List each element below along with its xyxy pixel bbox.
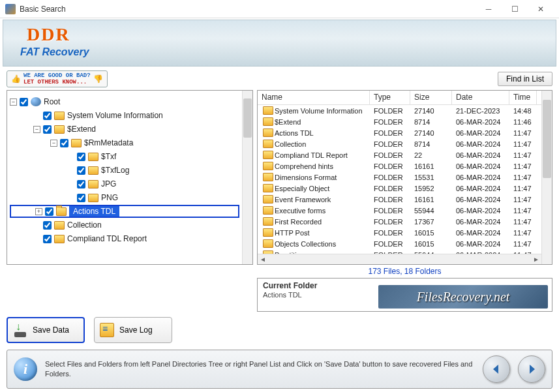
list-row[interactable]: HTTP PostFOLDER1601506-MAR-202411:47 bbox=[258, 227, 541, 238]
cell-type: FOLDER bbox=[370, 240, 410, 248]
tree-node-1[interactable]: −$Extend bbox=[10, 123, 239, 136]
save-log-button[interactable]: Save Log bbox=[94, 317, 172, 343]
log-icon bbox=[100, 323, 114, 337]
tree-label: JPG bbox=[101, 179, 116, 188]
tree-checkbox[interactable] bbox=[45, 207, 53, 216]
tree-label: Root bbox=[44, 97, 60, 106]
save-log-label: Save Log bbox=[119, 325, 153, 335]
scroll-right-icon[interactable]: ► bbox=[531, 255, 541, 264]
toggle-icon[interactable]: − bbox=[10, 98, 17, 106]
cell-name: Event Framework bbox=[275, 196, 331, 204]
tree-node-9[interactable]: Compliand TDL Report bbox=[10, 232, 239, 245]
cell-type: FOLDER bbox=[370, 162, 410, 170]
cell-date: 06-MAR-2024 bbox=[452, 185, 509, 192]
toggle-icon[interactable]: + bbox=[35, 208, 42, 215]
cell-size: 15531 bbox=[410, 173, 452, 181]
tree-node-6[interactable]: PNG bbox=[10, 191, 239, 204]
tree-checkbox[interactable] bbox=[20, 98, 28, 106]
col-size[interactable]: Size bbox=[410, 91, 452, 104]
tree-node-7[interactable]: +Actions TDL bbox=[10, 205, 239, 218]
tree-node-8[interactable]: Collection bbox=[10, 219, 239, 232]
tree-checkbox[interactable] bbox=[60, 139, 68, 147]
cell-name: HTTP Post bbox=[275, 229, 310, 237]
list-row[interactable]: Event FrameworkFOLDER1616106-MAR-202411:… bbox=[258, 194, 541, 205]
list-row[interactable]: System Volume InformationFOLDER2714021-D… bbox=[258, 105, 541, 116]
folder-icon bbox=[263, 128, 273, 137]
cell-time: 11:47 bbox=[509, 173, 537, 181]
folder-icon bbox=[263, 217, 273, 226]
cell-size: 16161 bbox=[410, 196, 452, 204]
list-row[interactable]: PractitionerFOLDER5594406-MAR-202411:47 bbox=[258, 249, 541, 254]
save-icon bbox=[13, 323, 27, 337]
cell-time: 11:47 bbox=[509, 229, 537, 237]
cell-date: 06-MAR-2024 bbox=[452, 140, 509, 148]
cell-name: System Volume Information bbox=[275, 107, 363, 115]
cell-time: 11:47 bbox=[509, 207, 537, 215]
tree-checkbox[interactable] bbox=[77, 180, 85, 188]
minimize-button[interactable]: ─ bbox=[476, 0, 502, 18]
tree-node-2[interactable]: −$RmMetadata bbox=[10, 136, 239, 149]
list-row[interactable]: Dimensions FormatFOLDER1553106-MAR-20241… bbox=[258, 172, 541, 183]
list-row[interactable]: Especially ObjectFOLDER1595206-MAR-20241… bbox=[258, 183, 541, 194]
list-row[interactable]: Actions TDLFOLDER2714006-MAR-202411:47 bbox=[258, 127, 541, 138]
info-bar: i Select Files and Folders from left Pan… bbox=[7, 350, 552, 389]
list-vscrollbar[interactable] bbox=[541, 91, 552, 264]
tree-checkbox[interactable] bbox=[43, 125, 52, 134]
tree-node-3[interactable]: $Txf bbox=[10, 150, 239, 163]
tree-checkbox[interactable] bbox=[43, 112, 52, 120]
folder-icon bbox=[263, 140, 273, 148]
toggle-icon[interactable]: − bbox=[50, 140, 57, 147]
list-row[interactable]: Objects CollectionsFOLDER1601506-MAR-202… bbox=[258, 238, 541, 249]
col-time[interactable]: Time bbox=[509, 91, 537, 104]
list-row[interactable]: Executive formsFOLDER5594406-MAR-202411:… bbox=[258, 205, 541, 216]
save-data-button[interactable]: Save Data bbox=[7, 317, 85, 343]
tree-root[interactable]: −Root bbox=[10, 95, 239, 108]
list-row[interactable]: First RecordedFOLDER1736706-MAR-202411:4… bbox=[258, 216, 541, 227]
tree-label: Collection bbox=[67, 220, 102, 230]
maximize-button[interactable]: ☐ bbox=[502, 0, 528, 18]
cell-time: 11:47 bbox=[509, 140, 537, 148]
cell-date: 06-MAR-2024 bbox=[452, 173, 509, 181]
tree-scrollbar[interactable] bbox=[242, 91, 252, 264]
thumbs-up-icon: 👍 bbox=[11, 74, 21, 84]
tree-checkbox[interactable] bbox=[77, 194, 85, 202]
list-row[interactable]: CollectionFOLDER871406-MAR-202411:47 bbox=[258, 138, 541, 149]
list-hscrollbar[interactable]: ◄ ► bbox=[258, 254, 541, 264]
list-row[interactable]: Compliand TDL ReportFOLDER2206-MAR-20241… bbox=[258, 149, 541, 160]
cell-type: FOLDER bbox=[370, 173, 410, 181]
tree-checkbox[interactable] bbox=[77, 166, 85, 175]
col-type[interactable]: Type bbox=[370, 91, 410, 104]
cell-type: FOLDER bbox=[370, 129, 410, 137]
list-row[interactable]: $ExtendFOLDER871406-MAR-202411:46 bbox=[258, 116, 541, 127]
folder-icon bbox=[263, 173, 273, 181]
scroll-left-icon[interactable]: ◄ bbox=[258, 255, 268, 264]
folder-icon bbox=[263, 228, 273, 237]
col-date[interactable]: Date bbox=[452, 91, 509, 104]
cell-time: 11:47 bbox=[509, 151, 537, 159]
toggle-icon[interactable]: − bbox=[33, 126, 40, 133]
directory-tree-panel: −RootSystem Volume Information−$Extend−$… bbox=[7, 90, 253, 265]
tree-node-4[interactable]: $TxfLog bbox=[10, 164, 239, 177]
find-in-list-button[interactable]: Find in List bbox=[498, 72, 552, 86]
cell-size: 8714 bbox=[410, 140, 452, 148]
tree-checkbox[interactable] bbox=[43, 221, 52, 230]
nav-forward-button[interactable] bbox=[518, 355, 545, 383]
tree-node-5[interactable]: JPG bbox=[10, 177, 239, 190]
feedback-badge[interactable]: 👍 WE ARE GOOD OR BAD? LET OTHERS KNOW...… bbox=[7, 70, 108, 87]
cell-size: 17367 bbox=[410, 218, 452, 226]
list-row[interactable]: Comprehend hintsFOLDER1616106-MAR-202411… bbox=[258, 160, 541, 172]
cell-date: 06-MAR-2024 bbox=[452, 162, 509, 170]
folder-icon bbox=[88, 180, 98, 188]
tree-checkbox[interactable] bbox=[77, 153, 85, 161]
tree-checkbox[interactable] bbox=[43, 235, 52, 243]
col-name[interactable]: Name bbox=[258, 91, 370, 104]
cell-type: FOLDER bbox=[370, 229, 410, 237]
folder-icon bbox=[263, 250, 273, 254]
tree-node-0[interactable]: System Volume Information bbox=[10, 109, 239, 122]
nav-back-button[interactable] bbox=[483, 355, 510, 383]
folder-icon bbox=[263, 184, 273, 192]
folder-icon bbox=[263, 117, 273, 126]
close-button[interactable]: ✕ bbox=[528, 0, 554, 18]
cell-size: 15952 bbox=[410, 185, 452, 192]
folder-icon bbox=[56, 207, 67, 216]
